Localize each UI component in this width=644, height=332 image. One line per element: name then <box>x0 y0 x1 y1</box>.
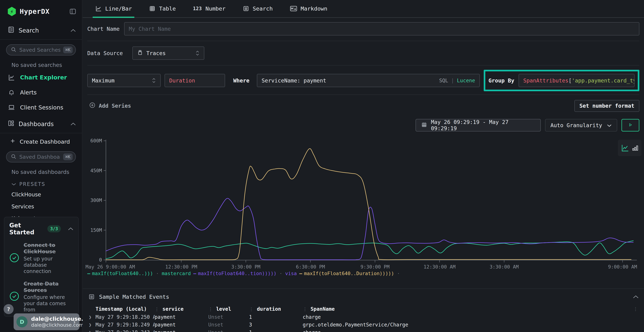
get-started-title: Get Started <box>9 222 44 236</box>
event-row[interactable]: ❯May 27 9:29:18.249 AMpaymentUnset3grpc.… <box>86 321 641 328</box>
field-input[interactable]: Duration <box>164 74 225 87</box>
legend-item[interactable]: —maxIf(toFloat640..tion)))))·visa <box>193 271 296 276</box>
no-saved-searches-text: No saved searches <box>0 57 82 70</box>
app-title: HyperDX <box>20 8 50 16</box>
event-cell: grpc.oteldemo.PaymentService/Charge <box>303 322 633 328</box>
tab-label: Table <box>159 5 176 12</box>
column-header-level[interactable]: ⋮level <box>208 306 249 312</box>
saved-dashboards-input[interactable]: ⌘K <box>6 151 76 162</box>
chart-legend: —maxIf(toFloat640..)))·mastercard—maxIf(… <box>87 271 401 276</box>
nav-label: Chart Explorer <box>20 74 67 81</box>
where-input[interactable]: ServiceName: payment SQL | Lucene <box>257 74 480 87</box>
legend-series-name: maxIf(toFloat640..Duration))))) <box>304 271 394 276</box>
date-range-picker[interactable]: May 26 09:29:19 - May 27 09:29:19 <box>416 119 541 132</box>
chevron-up-icon[interactable] <box>68 227 73 230</box>
tab-search[interactable]: Search <box>243 0 273 17</box>
group-by-highlight: Group By SpanAttributes['app.payment.car… <box>484 70 640 91</box>
granularity-select[interactable]: Auto Granularity <box>545 119 617 132</box>
event-row[interactable]: ❯May 27 9:29:18.250 AMpaymentUnset1charg… <box>86 313 641 321</box>
bar-chart-icon[interactable] <box>632 144 639 152</box>
sidebar-item-alerts[interactable]: Alerts <box>0 85 82 100</box>
sample-matched-events-panel: Sample Matched Events Timestamp (Local)⋮… <box>83 288 644 332</box>
create-dashboard-button[interactable]: Create Dashboard <box>0 133 82 147</box>
preset-services[interactable]: Services <box>0 200 82 212</box>
dashboard-grid-icon <box>8 120 15 128</box>
chevron-down-icon <box>12 181 16 187</box>
data-source-select[interactable]: Traces <box>132 46 204 60</box>
svg-text:12:30:00 AM: 12:30:00 AM <box>424 264 456 270</box>
tab-markdown[interactable]: Markdown <box>290 0 327 17</box>
column-resize-handle[interactable]: ⋮ <box>303 306 307 312</box>
no-saved-dashboards-text: No saved dashboards <box>0 164 82 177</box>
sql-toggle-option[interactable]: SQL <box>439 78 448 84</box>
event-cell: charge <box>303 330 633 332</box>
expand-row-icon[interactable]: ❯ <box>86 330 96 332</box>
help-button[interactable]: ? <box>4 304 14 314</box>
play-icon <box>628 122 633 128</box>
saved-searches-input[interactable]: ⌘K <box>6 44 76 56</box>
sidebar-item-client-sessions[interactable]: Client Sessions <box>0 100 82 115</box>
presets-toggle[interactable]: PRESETS <box>0 177 82 188</box>
list-icon <box>243 5 249 12</box>
expand-row-icon[interactable]: ❯ <box>86 322 96 328</box>
tab-label: Search <box>253 5 273 12</box>
number-123-icon: 123 <box>193 6 202 11</box>
table-options-icon[interactable]: ⋮ <box>633 306 638 312</box>
lucene-toggle-option[interactable]: Lucene <box>457 78 475 84</box>
legend-item[interactable]: —maxIf(toFloat640..Duration)))))· <box>299 271 401 276</box>
sidebar-section-dashboards[interactable]: Dashboards <box>0 115 82 133</box>
add-series-button[interactable]: Add Series <box>87 100 133 112</box>
search-icon <box>11 47 16 53</box>
chevron-right-icon: › <box>73 318 76 326</box>
checklist-item[interactable]: Connect to ClickHouseSet up your databas… <box>9 242 73 274</box>
legend-line-swatch: — <box>193 271 196 276</box>
line-chart-icon[interactable] <box>621 144 629 152</box>
event-cell: May 27 9:29:18.243 AM <box>96 330 154 332</box>
saved-searches-field[interactable] <box>19 47 60 53</box>
set-number-format-button[interactable]: Set number format <box>574 100 639 112</box>
check-circle-icon <box>9 253 19 264</box>
sidebar-item-chart-explorer[interactable]: Chart Explorer <box>0 70 82 85</box>
column-resize-handle[interactable]: ⋮ <box>208 306 213 312</box>
chart-plot: 0150M300M450M600MMay 26 9:00:00 AM12:30:… <box>83 132 644 285</box>
column-header-spanname[interactable]: ⋮SpanName <box>303 306 633 312</box>
event-cell: payment <box>154 314 208 320</box>
event-row[interactable]: ❯May 27 9:29:18.243 AMpaymentUnset1charg… <box>86 328 641 332</box>
collapse-section-icon[interactable] <box>633 295 639 298</box>
column-header-service[interactable]: ⋮service <box>154 306 208 312</box>
preset-clickhouse[interactable]: ClickHouse <box>0 188 82 200</box>
checklist-item[interactable]: Create Data SourcesConfigure where your … <box>9 280 73 313</box>
tab-label: Number <box>206 5 226 12</box>
group-by-input[interactable]: SpanAttributes['app.payment.card_type'] <box>518 74 634 87</box>
legend-item[interactable]: —maxIf(toFloat640..)))·mastercard <box>87 271 191 276</box>
chevron-down-icon <box>607 122 612 128</box>
saved-dashboards-field[interactable] <box>19 154 60 160</box>
collapse-sidebar-icon[interactable] <box>69 8 76 15</box>
chevron-up-icon[interactable] <box>70 122 76 126</box>
tab-table[interactable]: Table <box>149 0 176 17</box>
expand-row-icon[interactable]: ❯ <box>86 314 96 320</box>
user-org: dale@clickhouse.com's <box>31 322 69 328</box>
tab-number[interactable]: 123Number <box>193 0 226 17</box>
tab-line-bar[interactable]: Line/Bar <box>95 0 132 17</box>
aggregation-select[interactable]: Maximum <box>87 74 161 87</box>
chevron-up-icon[interactable] <box>70 28 76 32</box>
markdown-icon <box>290 6 297 12</box>
column-header-timestamp-local-[interactable]: Timestamp (Local) <box>96 306 154 312</box>
column-header-duration[interactable]: ⋮duration <box>249 306 303 312</box>
column-resize-handle[interactable]: ⋮ <box>154 306 159 312</box>
sidebar-section-search[interactable]: Search <box>0 22 82 39</box>
chart-name-input[interactable] <box>129 26 635 32</box>
events-header-row: Timestamp (Local)⋮service⋮level⋮duration… <box>86 305 641 313</box>
table-icon <box>149 5 156 12</box>
column-resize-handle[interactable]: ⋮ <box>249 306 254 312</box>
database-icon <box>137 50 143 57</box>
user-menu[interactable]: D dale@clickhouse.com dale@clickhouse.co… <box>14 314 80 330</box>
event-cell: charge <box>303 314 633 320</box>
tab-label: Markdown <box>301 5 327 12</box>
plus-icon <box>10 138 16 145</box>
run-query-button[interactable] <box>622 119 639 132</box>
chart-line-icon <box>8 74 16 81</box>
select-chevrons-icon <box>195 50 200 56</box>
shortcut-badge: ⌘K <box>63 46 73 53</box>
